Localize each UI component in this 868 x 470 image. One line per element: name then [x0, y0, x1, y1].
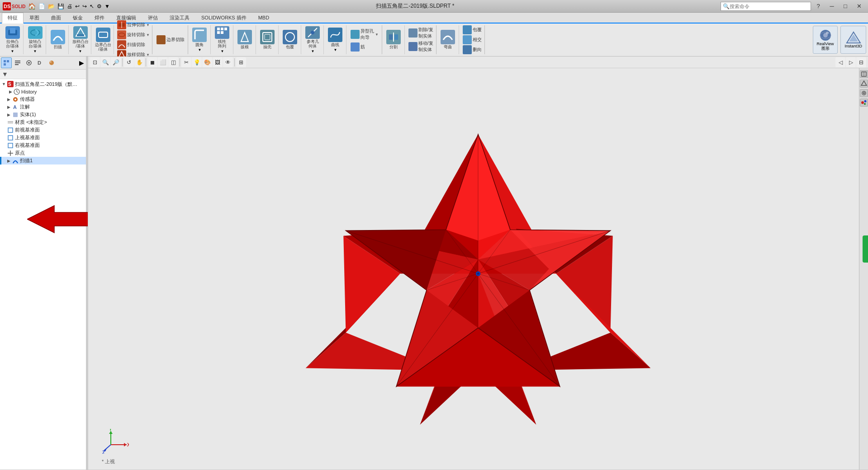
tree-item-material[interactable]: 材质 <未指定> [0, 118, 88, 126]
mirror-btn[interactable]: 删向 [461, 45, 483, 55]
filter-icon[interactable]: ▼ [2, 70, 8, 78]
vt-previous-view[interactable]: ◁ [835, 57, 845, 67]
cut-extrude-btn[interactable]: 拉伸切除 ▼ [116, 20, 151, 30]
tab-surface[interactable]: 曲面 [45, 12, 67, 23]
tree-item-front-plane[interactable]: 前视基准面 [0, 126, 88, 134]
hole-wizard-sub[interactable]: 异型孔向导 ▼ [349, 28, 380, 41]
tab-feature[interactable]: 特征 [2, 13, 24, 24]
vt-next-view[interactable]: ▷ [846, 57, 856, 67]
intersect-btn[interactable]: 相交 [461, 35, 483, 45]
tab-render[interactable]: 渲染工具 [164, 12, 195, 23]
delete-copy-btn[interactable]: 割除/复制实体 [407, 26, 435, 40]
toolbar-curves[interactable]: 曲线 ▼ [325, 25, 346, 54]
tree-item-annotations[interactable]: ▶ A 注解 [0, 103, 88, 111]
wrap2-btn[interactable]: 包覆 [461, 25, 483, 35]
tree-item-origin[interactable]: 原点 [0, 149, 88, 157]
vt-fit-window[interactable]: ⊟ [856, 57, 866, 67]
feature-manager-btn[interactable] [1, 57, 12, 68]
vt-zoom-out[interactable]: 🔎 [111, 57, 121, 67]
new-icon[interactable]: 📄 [38, 3, 45, 9]
toolbar-boundary[interactable]: 边界凸台/基体 [92, 25, 114, 54]
viewport[interactable]: ⊡ 🔍 🔎 ↺ ✋ ◼ ⬜ ◫ ✂ 💡 🎨 🖼 👁 ⊞ ◁ ▷ ⊟ [88, 56, 868, 470]
rs-view-orientation[interactable] [860, 70, 868, 78]
toolbar-linear-pattern[interactable]: 线性阵列 ▼ [212, 25, 233, 54]
vt-rotate[interactable]: ↺ [124, 57, 134, 67]
tab-sheetmetal[interactable]: 钣金 [67, 12, 89, 23]
options-icon[interactable]: ▼ [104, 3, 110, 9]
property-manager-btn[interactable] [12, 57, 23, 68]
border-cut-btn[interactable]: 边界切除 [155, 35, 186, 45]
mirror-label: 删向 [473, 47, 482, 53]
vt-sep1 [122, 58, 123, 66]
dim-manager-btn[interactable]: D [35, 57, 46, 68]
help-button[interactable]: ? [812, 1, 825, 11]
vt-view[interactable]: 👁 [223, 57, 233, 67]
move-copy-btn[interactable]: 移动/复制实体 [407, 40, 435, 53]
tree-item-sensors[interactable]: ▶ 传感器 [0, 95, 88, 103]
toolbar-fillet[interactable]: 圆角 ▼ [189, 25, 211, 54]
tab-weldment[interactable]: 焊件 [89, 12, 110, 23]
toolbar-revolve[interactable]: 旋转凸台/基体 ▼ [24, 25, 46, 54]
revolve-icon [28, 26, 43, 39]
select-icon[interactable]: ↖ [90, 3, 94, 9]
history-tree-item[interactable]: ▶ History [0, 88, 88, 95]
vt-display[interactable]: ⊞ [236, 57, 246, 67]
close-button[interactable]: ✕ [853, 1, 865, 11]
rib-btn[interactable]: 筋 [349, 42, 380, 52]
toolbar-wrap[interactable]: 包覆 [280, 25, 301, 54]
tab-sketch[interactable]: 草图 [24, 12, 45, 23]
toolbar-loft[interactable]: 放样凸台/基体 ▼ [70, 25, 91, 54]
delete-copy-icon [408, 28, 417, 38]
cut-sweep-btn[interactable]: 扫描切除 [116, 40, 151, 50]
toolbar-sweep[interactable]: 扫描 [47, 25, 69, 54]
vt-zoom-in[interactable]: 🔍 [100, 57, 110, 67]
open-icon[interactable]: 📂 [48, 3, 55, 9]
tree-root-item[interactable]: ▼ S 扫描五角星二-2019版（默认<<默认>_1 [0, 79, 88, 88]
realview-button[interactable]: RealView图形 [813, 26, 838, 54]
vt-wireframe[interactable]: ⬜ [158, 57, 168, 67]
toolbar-split[interactable]: 分割 [383, 25, 405, 54]
tree-item-solid-bodies[interactable]: ▶ 实体(1) [0, 111, 88, 118]
vt-zoom-fit[interactable]: ⊡ [90, 57, 100, 67]
vt-scene[interactable]: 🖼 [213, 57, 223, 67]
print-icon[interactable]: 🖨 [67, 3, 72, 9]
config-manager-btn[interactable] [24, 57, 34, 68]
rs-edit-appearance[interactable] [860, 99, 868, 107]
curves-arrow: ▼ [333, 48, 337, 52]
search-input[interactable] [730, 4, 797, 9]
tab-mbd[interactable]: MBD [252, 12, 275, 23]
vt-hidden[interactable]: ◫ [168, 57, 178, 67]
minimize-button[interactable]: ─ [825, 1, 838, 11]
panel-resize-handle[interactable] [86, 56, 88, 470]
home-icon[interactable]: 🏠 [28, 3, 36, 10]
vt-shaded[interactable]: ◼ [147, 57, 157, 67]
restore-button[interactable]: □ [839, 1, 852, 11]
vt-lights[interactable]: 💡 [192, 57, 202, 67]
toolbar-ref-geometry[interactable]: 参考几何体 ▼ [302, 25, 324, 54]
instant3d-button[interactable]: Instant3D [840, 26, 866, 54]
vt-appearance[interactable]: 🎨 [202, 57, 212, 67]
vt-pan[interactable]: ✋ [134, 57, 144, 67]
toolbar-hole-wizard[interactable]: 异型孔向导 ▼ 筋 [347, 25, 382, 54]
tree-item-right-plane[interactable]: 右视基准面 [0, 141, 88, 149]
toolbar-flex[interactable]: 弯曲 [437, 25, 459, 54]
tree-item-sweep1[interactable]: ▶ 扫描1 [0, 157, 88, 164]
expand-btn[interactable]: ▶ [76, 57, 87, 68]
search-bar[interactable]: 🔍 [721, 2, 811, 11]
rs-hide-show[interactable] [860, 89, 868, 97]
redo-icon[interactable]: ↪ [82, 3, 87, 9]
toolbar-draft[interactable]: 拔模 [234, 25, 256, 54]
toolbar-shell[interactable]: 抽壳 [257, 25, 279, 54]
undo-icon[interactable]: ↩ [75, 3, 80, 9]
tree-item-top-plane[interactable]: 上视基准面 [0, 134, 88, 141]
rs-display-style[interactable] [860, 80, 868, 88]
vt-section[interactable]: ✂ [181, 57, 191, 67]
save-icon[interactable]: 💾 [57, 3, 64, 9]
render-manager-btn[interactable] [46, 57, 57, 68]
cut-revolve-btn[interactable]: 旋转切除 ▼ [116, 30, 151, 40]
tab-plugins[interactable]: SOLIDWORKS 插件 [195, 12, 252, 23]
revolve-arrow: ▼ [33, 49, 37, 53]
settings-icon[interactable]: ⚙ [97, 3, 102, 9]
green-expand-tab[interactable] [863, 235, 868, 263]
toolbar-extrude[interactable]: 拉伸凸台/基体 ▼ [2, 25, 24, 54]
